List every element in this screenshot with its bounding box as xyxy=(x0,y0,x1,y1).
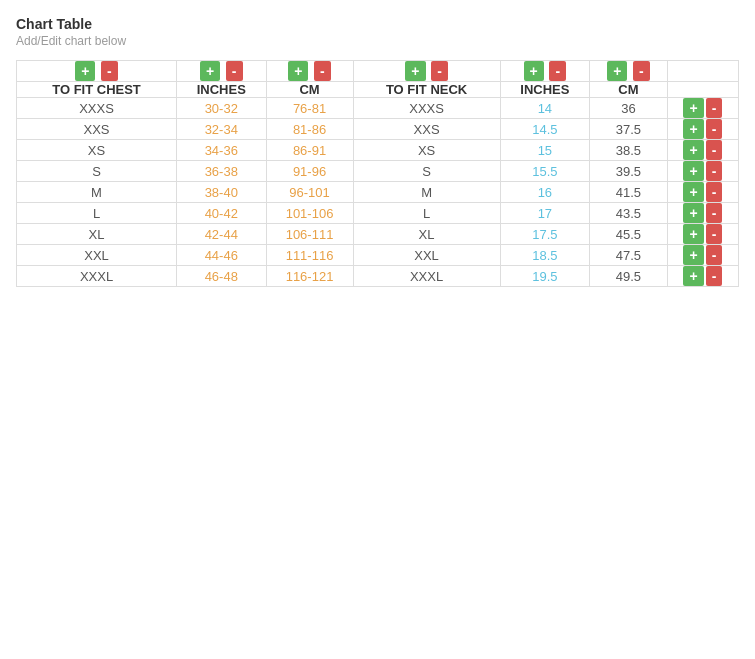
cell-rinches: 18.5 xyxy=(500,245,590,266)
cell-linches: 36-38 xyxy=(177,161,267,182)
cell-lcm: 96-101 xyxy=(266,182,353,203)
remove-lcm-btn[interactable]: - xyxy=(314,61,331,81)
col-header-lcm: CM xyxy=(266,82,353,98)
remove-row-btn[interactable]: - xyxy=(706,224,723,244)
cell-lcm: 106-111 xyxy=(266,224,353,245)
add-rsize-btn[interactable]: + xyxy=(405,61,425,81)
cell-lsize: XXS xyxy=(17,119,177,140)
row-action-cell: +- xyxy=(667,98,738,119)
table-row: M38-4096-101M1641.5+- xyxy=(17,182,739,203)
cell-rsize: L xyxy=(353,203,500,224)
cell-linches: 34-36 xyxy=(177,140,267,161)
add-linches-btn[interactable]: + xyxy=(200,61,220,81)
row-action-cell: +- xyxy=(667,224,738,245)
remove-rsize-btn[interactable]: - xyxy=(431,61,448,81)
remove-row-btn[interactable]: - xyxy=(706,182,723,202)
add-rcm-btn[interactable]: + xyxy=(607,61,627,81)
ctrl-linches: + - xyxy=(177,61,267,82)
remove-row-btn[interactable]: - xyxy=(706,161,723,181)
remove-lsize-btn[interactable]: - xyxy=(101,61,118,81)
cell-lcm: 81-86 xyxy=(266,119,353,140)
add-rinches-btn[interactable]: + xyxy=(524,61,544,81)
remove-row-btn[interactable]: - xyxy=(706,245,723,265)
cell-rinches: 16 xyxy=(500,182,590,203)
remove-row-btn[interactable]: - xyxy=(706,119,723,139)
cell-rsize: M xyxy=(353,182,500,203)
add-lsize-btn[interactable]: + xyxy=(75,61,95,81)
header-row: TO FIT CHEST INCHES CM TO FIT NECK INCHE… xyxy=(17,82,739,98)
cell-lcm: 86-91 xyxy=(266,140,353,161)
remove-linches-btn[interactable]: - xyxy=(226,61,243,81)
remove-row-btn[interactable]: - xyxy=(706,140,723,160)
cell-rcm: 41.5 xyxy=(590,182,668,203)
cell-rcm: 37.5 xyxy=(590,119,668,140)
table-row: XXL44-46111-116XXL18.547.5+- xyxy=(17,245,739,266)
add-lcm-btn[interactable]: + xyxy=(288,61,308,81)
cell-rinches: 19.5 xyxy=(500,266,590,287)
remove-row-btn[interactable]: - xyxy=(706,98,723,118)
cell-linches: 32-34 xyxy=(177,119,267,140)
add-row-btn[interactable]: + xyxy=(683,224,703,244)
col-header-linches: INCHES xyxy=(177,82,267,98)
cell-rcm: 49.5 xyxy=(590,266,668,287)
cell-rcm: 39.5 xyxy=(590,161,668,182)
cell-lsize: XXXL xyxy=(17,266,177,287)
cell-lcm: 91-96 xyxy=(266,161,353,182)
cell-rinches: 17 xyxy=(500,203,590,224)
add-row-btn[interactable]: + xyxy=(683,98,703,118)
cell-rinches: 14 xyxy=(500,98,590,119)
col-header-rsize: TO FIT NECK xyxy=(353,82,500,98)
add-row-btn[interactable]: + xyxy=(683,203,703,223)
cell-linches: 30-32 xyxy=(177,98,267,119)
cell-rsize: XS xyxy=(353,140,500,161)
cell-lsize: XL xyxy=(17,224,177,245)
cell-rsize: S xyxy=(353,161,500,182)
cell-rsize: XXS xyxy=(353,119,500,140)
ctrl-rinches: + - xyxy=(500,61,590,82)
ctrl-rsize: + - xyxy=(353,61,500,82)
cell-lsize: XXL xyxy=(17,245,177,266)
cell-rinches: 17.5 xyxy=(500,224,590,245)
cell-linches: 40-42 xyxy=(177,203,267,224)
cell-linches: 38-40 xyxy=(177,182,267,203)
add-row-btn[interactable]: + xyxy=(683,182,703,202)
table-row: XL42-44106-111XL17.545.5+- xyxy=(17,224,739,245)
cell-lsize: XS xyxy=(17,140,177,161)
cell-rinches: 14.5 xyxy=(500,119,590,140)
cell-rsize: XL xyxy=(353,224,500,245)
row-action-cell: +- xyxy=(667,140,738,161)
ctrl-lcm: + - xyxy=(266,61,353,82)
cell-rsize: XXXL xyxy=(353,266,500,287)
cell-linches: 44-46 xyxy=(177,245,267,266)
add-row-btn[interactable]: + xyxy=(683,245,703,265)
ctrl-action xyxy=(667,61,738,82)
cell-lsize: S xyxy=(17,161,177,182)
cell-rcm: 45.5 xyxy=(590,224,668,245)
table-row: S36-3891-96S15.539.5+- xyxy=(17,161,739,182)
table-row: XXXL46-48116-121XXXL19.549.5+- xyxy=(17,266,739,287)
add-row-btn[interactable]: + xyxy=(683,119,703,139)
cell-lcm: 116-121 xyxy=(266,266,353,287)
cell-lcm: 76-81 xyxy=(266,98,353,119)
cell-linches: 42-44 xyxy=(177,224,267,245)
cell-rsize: XXXS xyxy=(353,98,500,119)
cell-rcm: 43.5 xyxy=(590,203,668,224)
add-row-btn[interactable]: + xyxy=(683,161,703,181)
page-title: Chart Table xyxy=(16,16,739,32)
cell-rcm: 38.5 xyxy=(590,140,668,161)
cell-linches: 46-48 xyxy=(177,266,267,287)
add-row-btn[interactable]: + xyxy=(683,140,703,160)
table-row: XXXS30-3276-81XXXS1436+- xyxy=(17,98,739,119)
col-header-lsize: TO FIT CHEST xyxy=(17,82,177,98)
cell-rinches: 15 xyxy=(500,140,590,161)
row-action-cell: +- xyxy=(667,203,738,224)
remove-row-btn[interactable]: - xyxy=(706,266,723,286)
ctrl-rcm: + - xyxy=(590,61,668,82)
remove-rinches-btn[interactable]: - xyxy=(549,61,566,81)
remove-rcm-btn[interactable]: - xyxy=(633,61,650,81)
add-row-btn[interactable]: + xyxy=(683,266,703,286)
table-row: XXS32-3481-86XXS14.537.5+- xyxy=(17,119,739,140)
remove-row-btn[interactable]: - xyxy=(706,203,723,223)
row-action-cell: +- xyxy=(667,266,738,287)
cell-rinches: 15.5 xyxy=(500,161,590,182)
